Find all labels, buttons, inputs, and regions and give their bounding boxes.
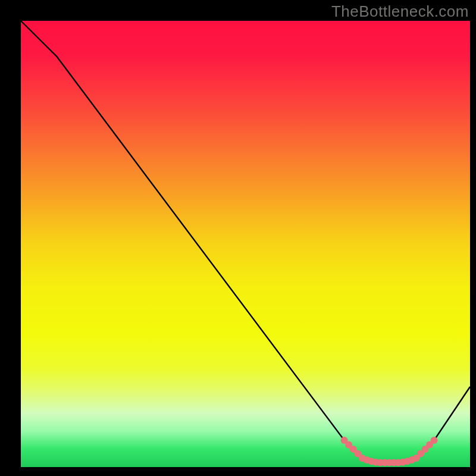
plot-background [21,21,470,467]
chart-frame: TheBottleneck.com [0,0,476,476]
bottleneck-chart [0,0,476,476]
marker-dot [431,437,438,444]
